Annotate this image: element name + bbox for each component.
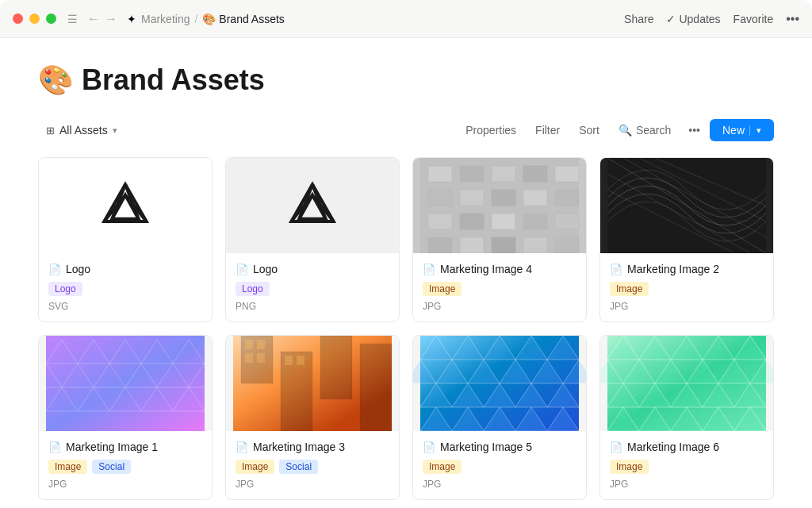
new-button[interactable]: New ▾ — [710, 119, 774, 141]
card-body-marketing-1: 📄 Marketing Image 1 Image Social JPG — [39, 431, 212, 499]
card-title: Marketing Image 1 — [66, 441, 158, 453]
more-options-icon[interactable]: ••• — [786, 12, 799, 26]
svg-rect-18 — [428, 190, 452, 206]
svg-rect-32 — [555, 237, 579, 253]
tag-logo: Logo — [48, 282, 82, 296]
new-label: New — [722, 124, 745, 137]
grid-view-icon: ⊞ — [46, 125, 55, 137]
card-marketing-1[interactable]: 📄 Marketing Image 1 Image Social JPG — [38, 335, 213, 500]
card-logo-png[interactable]: 📄 Logo Logo PNG — [225, 157, 400, 322]
card-preview-marketing-1 — [39, 336, 212, 431]
card-meta-marketing-4: JPG — [423, 301, 576, 312]
card-preview-marketing-5 — [413, 336, 586, 431]
share-button[interactable]: Share — [624, 13, 653, 25]
breadcrumb-current: 🎨 Brand Assets — [202, 13, 285, 25]
card-marketing-2[interactable]: 📄 Marketing Image 2 Image JPG — [599, 157, 774, 322]
file-icon: 📄 — [48, 441, 61, 453]
card-tags-marketing-1: Image Social — [48, 460, 202, 474]
card-preview-marketing-6 — [600, 336, 773, 431]
breadcrumb-separator: / — [194, 13, 197, 25]
svg-rect-61 — [360, 344, 392, 431]
card-logo-svg[interactable]: 📄 Logo Logo SVG — [38, 157, 213, 322]
file-icon: 📄 — [48, 264, 61, 275]
tag-logo: Logo — [236, 282, 270, 296]
card-name-marketing-3: 📄 Marketing Image 3 — [236, 441, 389, 453]
file-icon: 📄 — [236, 441, 248, 453]
card-tags-logo-png: Logo — [236, 282, 389, 296]
sort-button[interactable]: Sort — [571, 120, 607, 140]
tag-social: Social — [92, 460, 131, 474]
card-marketing-3[interactable]: 📄 Marketing Image 3 Image Social JPG — [225, 335, 400, 500]
svg-rect-64 — [245, 353, 253, 363]
chevron-down-icon: ▾ — [113, 125, 117, 136]
card-title: Logo — [253, 263, 278, 275]
tag-image: Image — [610, 282, 649, 296]
file-icon: 📄 — [236, 264, 248, 275]
search-label: Search — [636, 124, 671, 137]
filter-button[interactable]: Filter — [527, 120, 568, 140]
card-marketing-6[interactable]: 📄 Marketing Image 6 Image JPG — [599, 335, 774, 500]
svg-rect-30 — [492, 237, 515, 253]
updates-label: Updates — [679, 13, 720, 25]
minimize-button[interactable] — [29, 13, 40, 24]
gallery-grid: 📄 Logo Logo SVG — [38, 157, 774, 500]
card-tags-marketing-2: Image — [610, 282, 764, 296]
card-name-marketing-2: 📄 Marketing Image 2 — [610, 263, 764, 275]
card-preview-marketing-2 — [600, 158, 773, 253]
card-tags-marketing-3: Image Social — [236, 460, 389, 474]
card-meta-marketing-6: JPG — [610, 479, 764, 490]
svg-rect-24 — [460, 214, 484, 229]
card-meta-marketing-3: JPG — [236, 479, 389, 490]
view-selector[interactable]: ⊞ All Assets ▾ — [38, 120, 125, 140]
svg-rect-27 — [555, 214, 579, 229]
svg-rect-60 — [320, 336, 352, 399]
card-preview-logo-svg — [39, 158, 212, 253]
hamburger-icon[interactable]: ☰ — [67, 13, 78, 25]
tag-image: Image — [236, 460, 274, 474]
svg-rect-26 — [523, 214, 547, 229]
search-button[interactable]: 🔍 Search — [611, 120, 679, 140]
card-marketing-4[interactable]: 📄 Marketing Image 4 Image JPG — [412, 157, 587, 322]
sparkle-icon: ✦ — [127, 13, 136, 25]
card-meta-logo-png: PNG — [236, 301, 389, 312]
forward-arrow-icon[interactable]: → — [105, 12, 117, 26]
svg-rect-62 — [245, 340, 253, 349]
favorite-button[interactable]: Favorite — [733, 13, 774, 25]
page-title-emoji: 🎨 — [38, 64, 74, 97]
close-button[interactable] — [13, 13, 23, 24]
card-name-marketing-4: 📄 Marketing Image 4 — [423, 263, 576, 275]
card-name-logo-svg: 📄 Logo — [48, 263, 202, 275]
svg-rect-28 — [428, 237, 452, 253]
updates-button[interactable]: ✓ Updates — [666, 13, 720, 25]
card-title: Marketing Image 5 — [440, 441, 532, 453]
tag-image: Image — [48, 460, 87, 474]
svg-rect-17 — [555, 166, 579, 182]
view-label: All Assets — [59, 124, 108, 137]
svg-rect-65 — [257, 353, 265, 363]
tag-image: Image — [423, 460, 462, 474]
properties-button[interactable]: Properties — [458, 120, 524, 140]
svg-rect-66 — [285, 356, 293, 365]
svg-rect-31 — [523, 237, 547, 253]
nav-arrows: ← → — [87, 12, 117, 26]
svg-rect-29 — [460, 237, 484, 253]
maximize-button[interactable] — [46, 13, 56, 24]
card-preview-marketing-4 — [413, 158, 586, 253]
breadcrumb-parent[interactable]: Marketing — [141, 13, 190, 25]
card-name-logo-png: 📄 Logo — [236, 263, 389, 275]
tag-image: Image — [610, 460, 649, 474]
svg-rect-22 — [555, 190, 579, 206]
card-tags-marketing-4: Image — [423, 282, 576, 296]
card-marketing-5[interactable]: 📄 Marketing Image 5 Image JPG — [412, 335, 587, 500]
card-name-marketing-6: 📄 Marketing Image 6 — [610, 441, 764, 453]
card-meta-marketing-1: JPG — [48, 479, 202, 490]
card-tags-marketing-6: Image — [610, 460, 764, 474]
card-name-marketing-1: 📄 Marketing Image 1 — [48, 441, 202, 453]
toolbar: ⊞ All Assets ▾ Properties Filter Sort 🔍 … — [38, 119, 774, 141]
svg-rect-21 — [523, 190, 547, 206]
back-arrow-icon[interactable]: ← — [87, 12, 100, 26]
page-content: 🎨 Brand Assets ⊞ All Assets ▾ Properties… — [0, 38, 812, 508]
toolbar-more-button[interactable]: ••• — [682, 120, 707, 140]
card-meta-logo-svg: SVG — [48, 301, 202, 312]
svg-rect-15 — [492, 166, 515, 182]
